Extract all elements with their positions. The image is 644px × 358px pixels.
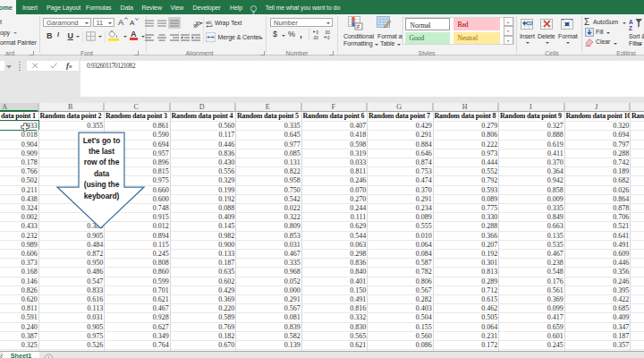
svg-text:Z: Z — [629, 25, 632, 31]
svg-text:0: 0 — [327, 35, 330, 39]
svg-text:.00: .00 — [313, 35, 319, 39]
svg-text:0: 0 — [317, 30, 319, 34]
svg-text:ab: ab — [206, 20, 212, 25]
svg-text:≠: ≠ — [357, 23, 360, 30]
svg-text:A: A — [629, 19, 633, 25]
svg-text:.00: .00 — [325, 30, 331, 34]
